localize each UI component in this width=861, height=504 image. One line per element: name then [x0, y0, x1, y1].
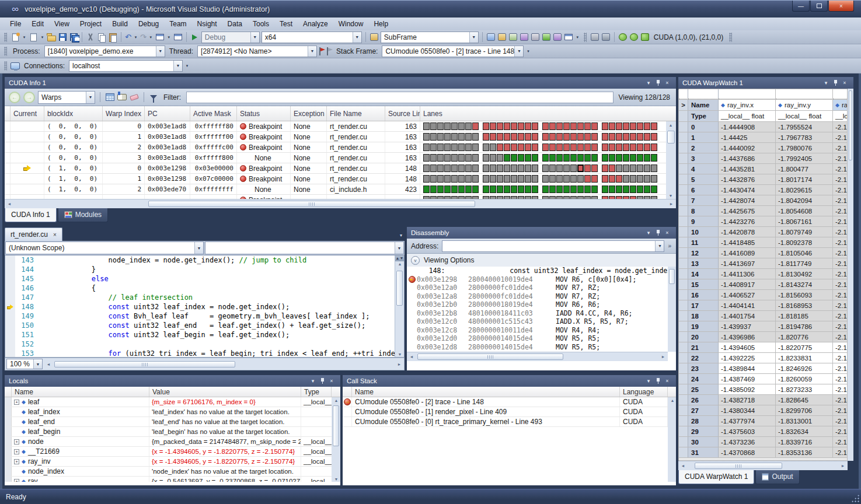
lane-square[interactable]	[651, 144, 657, 151]
lane-square[interactable]	[490, 133, 496, 141]
code-line[interactable]: 153 for (uint32 tri_index = leaf_begin; …	[5, 349, 404, 358]
lane-square[interactable]	[591, 164, 598, 172]
lane-square[interactable]	[637, 133, 643, 141]
close-button[interactable]: ×	[828, 1, 854, 12]
ray-inv-x-cell[interactable]: -1.4406527	[719, 290, 776, 300]
undo-icon[interactable]: ↶	[125, 33, 131, 41]
code-area[interactable]: 143 node_index = node.get_index(); // ju…	[5, 255, 405, 358]
cuda-info-title-bar[interactable]: CUDA Info 1 ▾ ×	[5, 77, 676, 89]
disassembly-line[interactable]: 148: const uint32 leaf_index = node.get_…	[407, 267, 668, 275]
scope-dropdown-icon[interactable]: ▼	[194, 242, 203, 254]
ray-inv-z-cell[interactable]: -2.1672449	[833, 216, 847, 226]
menu-data[interactable]: Data	[222, 18, 248, 30]
scroll-up-icon[interactable]: ▲	[666, 121, 675, 127]
toolbar-grip[interactable]	[729, 33, 732, 42]
disassembly-line[interactable]: 0x003e12b02800000018019de4MOV R6, R6;	[407, 300, 668, 309]
ray-inv-z-cell[interactable]: -2.1417296	[833, 416, 847, 426]
column-header-language[interactable]: Language	[620, 387, 668, 397]
lane-square[interactable]	[511, 186, 517, 193]
warp-watch-lane-row[interactable]: 27-1.4380344-1.8299706-2.1430374	[679, 405, 847, 416]
lane-square[interactable]	[602, 164, 608, 172]
lane-square[interactable]	[504, 154, 510, 162]
lane-square[interactable]	[518, 186, 524, 193]
lane-square[interactable]	[430, 164, 437, 172]
ray-inv-x-cell[interactable]: -1.4370868	[719, 447, 776, 457]
platform-combo[interactable]: x64 ▼	[262, 32, 362, 43]
window-position-icon[interactable]: ▾	[821, 79, 831, 88]
scroll-up-icon[interactable]: ▲	[668, 397, 677, 402]
empty-cell[interactable]	[719, 89, 776, 99]
grid-view-icon[interactable]	[105, 93, 114, 102]
lane-square[interactable]	[472, 123, 479, 130]
ray-inv-x-cell[interactable]: -1.4380344	[719, 405, 776, 415]
lane-square[interactable]	[623, 123, 629, 130]
step-into-frame-icon[interactable]	[542, 33, 551, 42]
ray-inv-z-cell[interactable]: -2.1443467	[833, 395, 847, 405]
lane-square[interactable]	[437, 164, 444, 172]
splitter-handle[interactable]: ▲▼	[395, 256, 404, 261]
lane-square[interactable]	[472, 186, 479, 193]
lane-square[interactable]	[451, 133, 458, 141]
lane-square[interactable]	[651, 133, 657, 141]
lane-square[interactable]	[584, 154, 591, 162]
scroll-right-icon[interactable]: ►	[658, 355, 668, 359]
menu-debug[interactable]: Debug	[133, 18, 164, 30]
lane-square[interactable]	[504, 175, 510, 183]
warp-watch-lane-row[interactable]: 5-1.4432876-1.8017174-2.1726054	[679, 174, 847, 185]
edit-source-icon[interactable]	[497, 33, 507, 42]
lane-square[interactable]	[511, 164, 517, 172]
breakpoint-gutter[interactable]	[5, 340, 15, 349]
ray-inv-z-cell[interactable]: -2.1496994	[833, 353, 847, 363]
warp-watch-lane-row[interactable]: 8-1.4425675-1.8054608-2.1685826	[679, 206, 847, 216]
lane-square[interactable]	[465, 144, 472, 151]
nsight-cuda-icon[interactable]	[640, 33, 650, 42]
ray-inv-x-cell[interactable]: -1.4387469	[719, 374, 776, 384]
warps-horizontal-scrollbar[interactable]: ◄ ►	[5, 199, 676, 208]
paste-icon[interactable]	[108, 33, 117, 42]
lane-square[interactable]	[644, 175, 650, 183]
lane-square[interactable]	[563, 154, 570, 162]
lane-square[interactable]	[623, 154, 629, 162]
lane-square[interactable]	[570, 175, 577, 183]
scrollbar-thumb[interactable]	[417, 354, 563, 360]
lane-square[interactable]	[511, 123, 517, 130]
scrollbar-thumb[interactable]	[54, 361, 235, 368]
ray-inv-y-cell[interactable]: -1.8042094	[776, 195, 833, 205]
lane-square[interactable]	[630, 123, 636, 130]
ray-inv-x-cell[interactable]: -1.4401754	[719, 311, 776, 321]
warp-watch-lane-row[interactable]: 2-1.4440092-1.7980076-2.1762936	[679, 143, 847, 153]
copy-icon[interactable]	[97, 33, 106, 42]
lane-square[interactable]	[556, 133, 563, 141]
ray-inv-z-cell[interactable]: -2.1536554	[833, 321, 847, 331]
warp-watch-new-row[interactable]	[679, 89, 847, 100]
warp-row[interactable]: ( 0, 0, 0)20x003e1ad80xfffffc00Breakpoin…	[5, 142, 666, 153]
variable-value-cell[interactable]: {x = -1.4394605, y = -1.8220775, z = -2.…	[149, 457, 301, 466]
menu-view[interactable]: View	[49, 18, 75, 30]
lane-square[interactable]	[497, 154, 503, 162]
lane-square[interactable]	[437, 133, 444, 141]
member-dropdown-icon[interactable]: ▼	[395, 242, 403, 254]
lane-square[interactable]	[602, 133, 608, 141]
lane-square[interactable]	[504, 133, 510, 141]
ray-inv-z-cell[interactable]: -2.1658088	[833, 227, 847, 237]
lane-square[interactable]	[570, 154, 577, 162]
lane-square[interactable]	[497, 133, 503, 141]
lane-square[interactable]	[490, 186, 496, 193]
call-stack-frame-row[interactable]: CUmodule 05508fe0 - [2] trace - Line 148…	[343, 397, 676, 407]
lane-square[interactable]	[525, 164, 531, 172]
lane-square[interactable]	[591, 186, 598, 193]
platform-dropdown-icon[interactable]: ▼	[353, 32, 361, 43]
maximize-button[interactable]	[810, 1, 828, 12]
ray-inv-z-cell[interactable]: -2.1404234	[833, 426, 847, 436]
ray-inv-z-cell[interactable]: -2.1563007	[833, 300, 847, 310]
lane-square[interactable]	[490, 175, 496, 183]
locals-row[interactable]: ◆leaf_index'leaf_index' has no value at …	[5, 407, 340, 417]
ray-inv-x-cell[interactable]: -1.4428074	[719, 195, 776, 205]
menu-file[interactable]: File	[5, 18, 26, 30]
column-header-name[interactable]: Name	[12, 387, 149, 397]
lane-square[interactable]	[549, 144, 556, 151]
call-stack-title-bar[interactable]: Call Stack ▾ ×	[343, 375, 676, 387]
ray-inv-z-cell[interactable]: -2.1589522	[833, 279, 847, 289]
warp-watch-lane-row[interactable]: 3-1.4437686-1.7992405-2.1752405	[679, 153, 847, 164]
ray-inv-y-cell[interactable]: -1.8079749	[776, 227, 833, 237]
